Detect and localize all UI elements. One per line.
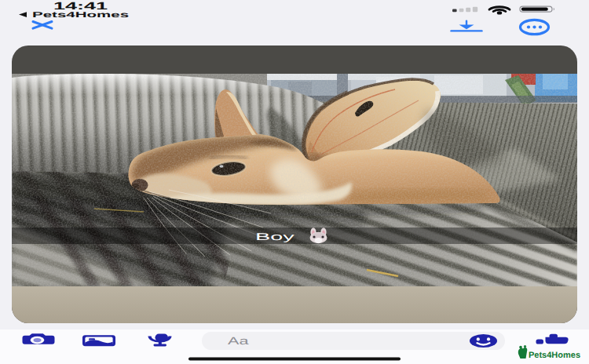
svg-text:Pets4Homes: Pets4Homes <box>529 351 580 360</box>
svg-text:Pets4Homes: Pets4Homes <box>32 11 130 20</box>
svg-text:Aa: Aa <box>228 335 249 347</box>
svg-text:Boy: Boy <box>255 232 294 243</box>
